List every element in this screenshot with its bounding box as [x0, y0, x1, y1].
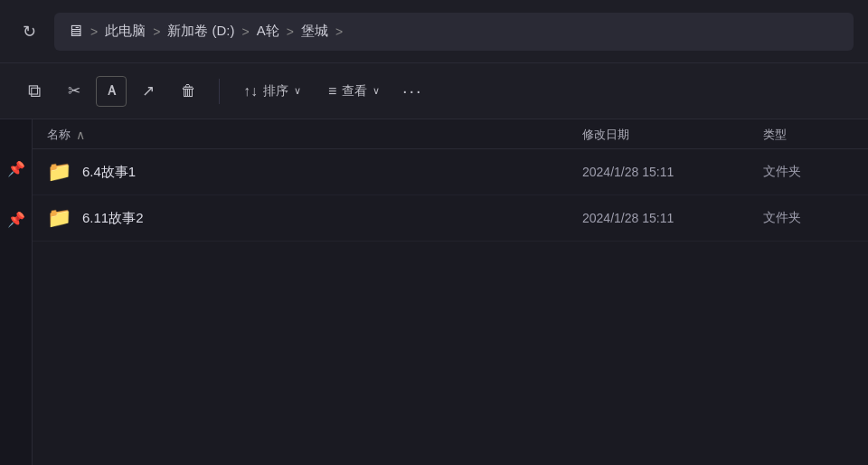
table-row[interactable]: 📁 6.4故事1 2024/1/28 15:11 文件夹 — [33, 149, 868, 195]
computer-icon: 🖥 — [67, 22, 83, 41]
more-button[interactable]: ··· — [396, 75, 429, 108]
folder-icon: 📁 — [47, 206, 71, 230]
file-name: 6.11故事2 — [82, 210, 582, 227]
table-row[interactable]: 📁 6.11故事2 2024/1/28 15:11 文件夹 — [33, 195, 868, 242]
breadcrumb-drive[interactable]: 新加卷 (D:) — [167, 23, 234, 40]
file-type: 文件夹 — [763, 210, 854, 226]
breadcrumb-sep-2: > — [242, 24, 250, 39]
sidebar: 📌 📌 — [0, 119, 33, 465]
column-header-date: 修改日期 — [582, 127, 763, 143]
sort-arrow-icon: ∧ — [76, 128, 85, 142]
delete-button[interactable]: 🗑 — [170, 73, 206, 109]
file-date: 2024/1/28 15:11 — [582, 211, 763, 225]
copy-button[interactable]: ⧉ — [16, 73, 52, 109]
breadcrumb-this-pc[interactable]: 此电脑 — [105, 23, 146, 40]
refresh-button[interactable]: ↻ — [14, 17, 43, 46]
sort-label: 排序 — [263, 83, 288, 100]
main-content: 📌 📌 名称 ∧ 修改日期 类型 📁 6.4故事1 2024/1/28 15:1… — [0, 119, 868, 465]
share-button[interactable]: ↗ — [130, 73, 166, 109]
toolbar-actions: ⧉ ✂ Ａ ↗ 🗑 — [16, 73, 206, 109]
breadcrumb[interactable]: 🖥 > 此电脑 > 新加卷 (D:) > A轮 > 堡城 > — [54, 13, 854, 51]
file-name: 6.4故事1 — [82, 164, 582, 181]
breadcrumb-sep-1: > — [153, 24, 160, 39]
breadcrumb-fortress[interactable]: 堡城 — [301, 23, 328, 40]
breadcrumb-sep-0: > — [90, 24, 98, 39]
sort-chevron-icon: ∨ — [294, 85, 301, 97]
file-list: 名称 ∧ 修改日期 类型 📁 6.4故事1 2024/1/28 15:11 文件… — [33, 119, 868, 465]
sort-icon: ↑↓ — [243, 83, 258, 100]
sort-button[interactable]: ↑↓ 排序 ∨ — [232, 76, 312, 107]
file-type: 文件夹 — [763, 164, 854, 180]
toolbar-divider — [219, 79, 220, 104]
view-button[interactable]: ≡ 查看 ∨ — [317, 76, 391, 107]
column-header-name: 名称 ∧ — [47, 127, 582, 143]
file-list-header: 名称 ∧ 修改日期 类型 — [33, 119, 868, 149]
breadcrumb-sep-4: > — [335, 24, 343, 39]
sidebar-pin-2[interactable]: 📌 — [4, 206, 29, 232]
view-chevron-icon: ∨ — [373, 85, 380, 97]
view-label: 查看 — [342, 83, 367, 100]
breadcrumb-a-round[interactable]: A轮 — [257, 23, 279, 40]
view-icon: ≡ — [328, 83, 336, 100]
address-bar: ↻ 🖥 > 此电脑 > 新加卷 (D:) > A轮 > 堡城 > — [0, 0, 868, 63]
column-header-type: 类型 — [763, 127, 854, 143]
sidebar-pin-1[interactable]: 📌 — [4, 156, 29, 181]
cut-button[interactable]: ✂ — [56, 73, 92, 109]
file-date: 2024/1/28 15:11 — [582, 165, 763, 179]
breadcrumb-sep-3: > — [287, 24, 294, 39]
rename-button[interactable]: Ａ — [96, 76, 127, 107]
toolbar: ⧉ ✂ Ａ ↗ 🗑 ↑↓ 排序 ∨ ≡ 查看 ∨ ··· — [0, 63, 868, 119]
folder-icon: 📁 — [47, 160, 71, 184]
